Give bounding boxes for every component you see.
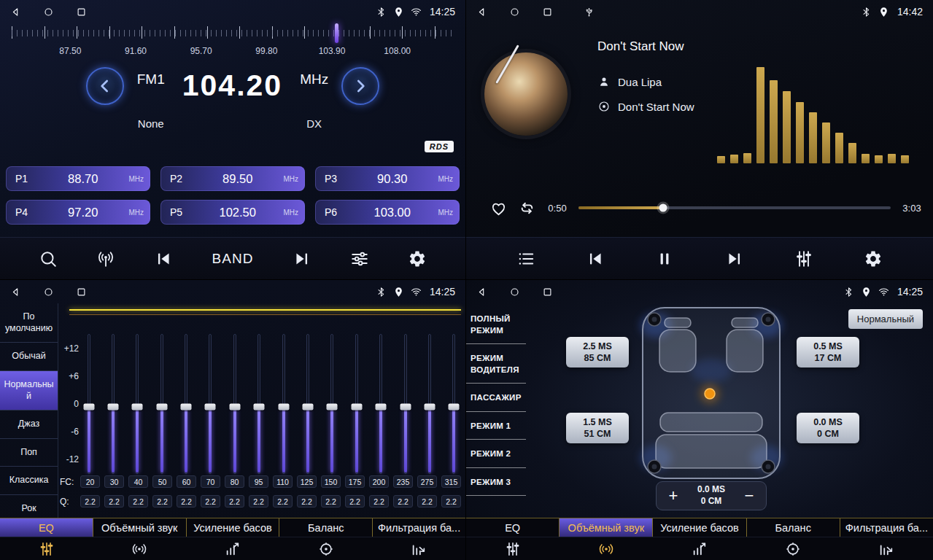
slider-knob[interactable] (83, 403, 94, 410)
surround-mode-item[interactable]: РЕЖИМ 3 (466, 468, 526, 497)
slider-knob[interactable] (107, 403, 118, 410)
eq-band-slider-70[interactable] (205, 334, 216, 474)
recents-icon[interactable] (542, 7, 553, 18)
audio-tab-3[interactable]: Баланс (279, 518, 372, 537)
audio-tab-4[interactable]: Фильтрация ба... (372, 518, 465, 537)
bass-boost-icon[interactable] (186, 541, 279, 557)
audio-tab-3[interactable]: Баланс (746, 518, 840, 537)
previous-station-icon[interactable] (154, 249, 173, 268)
home-icon[interactable] (43, 7, 54, 18)
back-icon[interactable] (476, 7, 487, 18)
eq-band-slider-80[interactable] (229, 334, 240, 474)
eq-sliders-icon[interactable] (466, 541, 560, 557)
eq-preset-item[interactable]: Обычай (0, 343, 58, 371)
eq-preset-item[interactable]: Классика (0, 467, 58, 495)
radio-preset-p1[interactable]: P188.70MHz (6, 166, 150, 191)
delay-rear-left[interactable]: 1.5 MS 51 CM (566, 413, 629, 443)
broadcast-antenna-icon[interactable] (96, 249, 115, 268)
slider-knob[interactable] (424, 403, 435, 410)
radio-preset-p4[interactable]: P497.20MHz (6, 200, 150, 225)
eq-band-slider-110[interactable] (278, 334, 289, 474)
home-icon[interactable] (509, 7, 520, 18)
eq-band-slider-150[interactable] (327, 334, 338, 474)
slider-knob[interactable] (303, 403, 314, 410)
home-icon[interactable] (43, 287, 54, 298)
settings-gear-icon[interactable] (408, 249, 427, 268)
frequency-ruler[interactable]: 87.5091.6095.7099.80103.90108.00 (10, 26, 455, 61)
radio-preset-p2[interactable]: P289.50MHz (160, 166, 305, 191)
crossover-icon[interactable] (372, 541, 465, 557)
bass-boost-icon[interactable] (653, 541, 746, 557)
eq-band-slider-40[interactable] (132, 334, 143, 474)
delay-rear-right[interactable]: 0.0 MS 0 CM (797, 413, 859, 443)
surround-sound-icon[interactable] (560, 541, 653, 557)
audio-tab-0[interactable]: EQ (0, 518, 93, 537)
seat-front-right[interactable] (727, 330, 763, 372)
delay-front-right[interactable]: 0.5 MS 17 CM (797, 337, 859, 368)
repeat-icon[interactable] (518, 199, 536, 217)
audio-tab-2[interactable]: Усиление басов (186, 518, 279, 537)
balance-icon[interactable] (279, 541, 373, 557)
back-icon[interactable] (10, 7, 21, 18)
slider-knob[interactable] (132, 403, 143, 410)
delay-front-left[interactable]: 2.5 MS 85 CM (566, 337, 629, 368)
increase-delay-button[interactable]: + (664, 486, 683, 505)
tune-down-button[interactable] (86, 67, 124, 105)
progress-knob[interactable] (659, 204, 667, 212)
playlist-icon[interactable] (516, 249, 535, 268)
eq-band-slider-275[interactable] (424, 334, 435, 474)
eq-preset-item[interactable]: По умолчанию (0, 303, 58, 343)
eq-band-slider-235[interactable] (400, 334, 411, 474)
mixer-sliders-icon[interactable] (794, 249, 813, 268)
slider-knob[interactable] (351, 403, 362, 410)
frequency-indicator[interactable] (335, 23, 338, 43)
back-icon[interactable] (476, 287, 487, 298)
settings-gear-icon[interactable] (864, 249, 883, 268)
next-station-icon[interactable] (293, 249, 311, 268)
progress-slider[interactable] (578, 206, 891, 209)
scan-search-icon[interactable] (39, 249, 58, 268)
radio-preset-p5[interactable]: P5102.50MHz (160, 200, 305, 225)
recents-icon[interactable] (542, 287, 553, 298)
slider-knob[interactable] (327, 403, 338, 410)
eq-band-slider-200[interactable] (376, 334, 387, 474)
balance-icon[interactable] (746, 541, 840, 557)
eq-band-slider-50[interactable] (156, 334, 167, 474)
audio-tab-4[interactable]: Фильтрация ба... (840, 518, 933, 537)
home-icon[interactable] (509, 287, 520, 298)
eq-band-slider-95[interactable] (254, 334, 265, 474)
surround-mode-item[interactable]: РЕЖИМ 1 (466, 412, 526, 440)
pause-icon[interactable] (655, 249, 674, 268)
surround-mode-item[interactable]: РЕЖИМ 2 (466, 440, 526, 468)
eq-band-slider-20[interactable] (83, 334, 94, 474)
tone-sliders-icon[interactable] (350, 249, 369, 268)
slider-knob[interactable] (278, 403, 289, 410)
eq-preset-item[interactable]: Джаз (0, 411, 58, 439)
recents-icon[interactable] (76, 287, 87, 298)
listening-position-dot[interactable] (705, 389, 715, 399)
recents-icon[interactable] (76, 7, 87, 18)
audio-tab-1[interactable]: Объёмный звук (559, 518, 652, 537)
tune-up-button[interactable] (341, 67, 379, 105)
eq-band-slider-175[interactable] (351, 334, 362, 474)
band-button[interactable]: BAND (212, 251, 254, 267)
previous-track-icon[interactable] (586, 249, 605, 268)
eq-sliders-icon[interactable] (0, 541, 93, 557)
eq-band-slider-315[interactable] (449, 334, 460, 474)
radio-preset-p6[interactable]: P6103.00MHz (315, 200, 460, 225)
slider-knob[interactable] (254, 403, 265, 410)
surround-mode-item[interactable]: ПОЛНЫЙ РЕЖИМ (466, 305, 526, 344)
crossover-icon[interactable] (840, 541, 933, 557)
next-track-icon[interactable] (725, 249, 744, 268)
decrease-delay-button[interactable]: − (740, 486, 759, 505)
eq-band-slider-30[interactable] (107, 334, 118, 474)
audio-tab-2[interactable]: Усиление басов (652, 518, 746, 537)
slider-knob[interactable] (229, 403, 240, 410)
eq-preset-item[interactable]: Нормальный (0, 371, 58, 411)
audio-tab-0[interactable]: EQ (466, 518, 559, 537)
slider-knob[interactable] (400, 403, 411, 410)
surround-mode-item[interactable]: РЕЖИМ ВОДИТЕЛЯ (466, 344, 526, 384)
radio-preset-p3[interactable]: P390.30MHz (315, 166, 460, 191)
surround-sound-icon[interactable] (93, 541, 187, 557)
favorite-heart-icon[interactable] (489, 199, 508, 217)
